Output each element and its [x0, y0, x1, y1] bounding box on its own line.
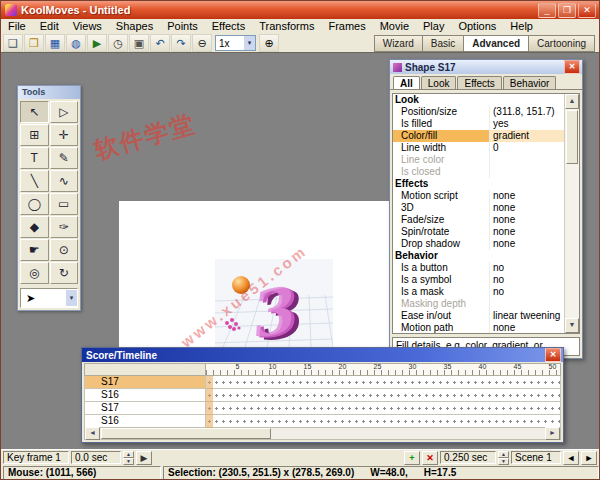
mode-tab-advanced[interactable]: Advanced [463, 35, 528, 52]
prop-value[interactable]: (311.8, 151.7) [490, 106, 564, 118]
scroll-up-icon[interactable]: ▲ [565, 94, 579, 109]
zoom-tool[interactable]: ⊙ [50, 239, 79, 261]
prop-color-fill[interactable]: Color/fillgradient [393, 130, 564, 142]
timeline-row-label[interactable]: S17 [84, 376, 206, 389]
timeline-row[interactable]: S17 [84, 402, 561, 415]
prop-value[interactable] [490, 154, 564, 166]
chevron-down-icon[interactable]: ▾ [66, 290, 77, 306]
point-edit-tool[interactable]: ✛ [50, 124, 79, 146]
prop-fade-size[interactable]: Fade/sizenone [393, 214, 564, 226]
timeline-row[interactable]: S16 [84, 389, 561, 402]
prop-is-filled[interactable]: Is filledyes [393, 118, 564, 130]
menu-points[interactable]: Points [160, 19, 205, 34]
timeline-hscrollbar[interactable]: ◄ ► [84, 427, 561, 440]
scroll-right-icon[interactable]: ► [545, 427, 560, 440]
zoom-select[interactable]: 1x ▾ [215, 35, 256, 51]
select-arrow-tool[interactable]: ↖ [20, 101, 49, 123]
prop-value[interactable]: none [490, 322, 564, 333]
onion-skin-tool[interactable]: ◎ [20, 262, 49, 284]
prop-value[interactable]: no [490, 274, 564, 286]
prop-value[interactable]: none [490, 202, 564, 214]
menu-effects[interactable]: Effects [205, 19, 252, 34]
prop-ease-in-out[interactable]: Ease in/outlinear tweening [393, 310, 564, 322]
title-bar[interactable]: KoolMoves - Untitled _ ❐ ✕ [1, 1, 599, 19]
timeline-ruler[interactable]: 5101520253035404550 [84, 363, 561, 376]
frame-time-stepper[interactable]: ▲ ▼ [123, 451, 134, 464]
mode-tab-basic[interactable]: Basic [422, 35, 463, 52]
tab-all[interactable]: All [393, 76, 420, 89]
prop-value[interactable]: none [490, 214, 564, 226]
interval-stepper[interactable]: ▲ ▼ [498, 451, 509, 464]
line-tool[interactable]: ╲ [20, 170, 49, 192]
zoom-out-button[interactable]: ⊖ [192, 34, 212, 52]
minimize-button[interactable]: _ [538, 3, 556, 18]
rotate-tool[interactable]: ↻ [50, 262, 79, 284]
timeline-titlebar[interactable]: Score/Timeline ✕ [82, 348, 563, 362]
hand-tool[interactable]: ☛ [20, 239, 49, 261]
close-icon[interactable]: ✕ [564, 60, 580, 74]
prop-value[interactable] [490, 166, 564, 178]
tab-behavior[interactable]: Behavior [503, 76, 556, 89]
prop-is-a-button[interactable]: Is a buttonno [393, 262, 564, 274]
pencil-tool[interactable]: ✎ [50, 147, 79, 169]
hscrollbar-thumb[interactable] [101, 428, 271, 439]
new-file-button[interactable]: ❑ [3, 34, 23, 52]
curve-tool[interactable]: ∿ [50, 170, 79, 192]
prop-position-size[interactable]: Position/size(311.8, 151.7) [393, 106, 564, 118]
open-folder-button[interactable]: ❒ [24, 34, 44, 52]
frame-time-field[interactable]: 0.0 sec [71, 451, 121, 464]
property-scrollbar[interactable]: ▲ ▼ [564, 94, 579, 333]
prop-line-color[interactable]: Line color [393, 154, 564, 166]
timeline-row-frames[interactable] [206, 376, 561, 389]
prop-is-a-mask[interactable]: Is a maskno [393, 286, 564, 298]
prop-value[interactable]: 0 [490, 142, 564, 154]
prop-is-closed[interactable]: Is closed [393, 166, 564, 178]
tools-palette-title[interactable]: Tools [18, 86, 80, 99]
timeline-row-label[interactable]: S16 [84, 389, 206, 402]
scroll-left-icon[interactable]: ◄ [85, 427, 100, 440]
prop-motion-script[interactable]: Motion scriptnone [393, 190, 564, 202]
prop-masking-depth[interactable]: Masking depth [393, 298, 564, 310]
current-frame-marker[interactable] [206, 376, 213, 428]
snapshot-button[interactable]: ▣ [129, 34, 149, 52]
maximize-button[interactable]: ❐ [558, 3, 576, 18]
rect-tool[interactable]: ▭ [50, 193, 79, 215]
prop-is-a-symbol[interactable]: Is a symbolno [393, 274, 564, 286]
prop-value[interactable]: yes [490, 118, 564, 130]
clock-button[interactable]: ◷ [108, 34, 128, 52]
tab-look[interactable]: Look [421, 76, 457, 89]
menu-transforms[interactable]: Transforms [252, 19, 321, 34]
preview-movie-button[interactable]: ▶ [87, 34, 107, 52]
timeline-row-label[interactable]: S17 [84, 402, 206, 415]
frame-interval-field[interactable]: 0.250 sec [440, 451, 496, 464]
play-frame-button[interactable]: ▶ [136, 451, 152, 465]
mode-tab-wizard[interactable]: Wizard [374, 35, 422, 52]
redo-button[interactable]: ↷ [171, 34, 191, 52]
next-scene-button[interactable]: ► [581, 451, 597, 465]
save-button[interactable]: ▦ [45, 34, 65, 52]
oval-tool[interactable]: ◯ [20, 193, 49, 215]
zoom-in-button[interactable]: ⊕ [259, 34, 279, 52]
prop-value[interactable]: linear tweening [490, 310, 564, 322]
close-icon[interactable]: ✕ [545, 348, 561, 362]
shape-picker-select[interactable]: ➤ ▾ [20, 288, 78, 308]
timeline-row-frames[interactable] [206, 389, 561, 402]
undo-button[interactable]: ↶ [150, 34, 170, 52]
chevron-down-icon[interactable]: ▾ [244, 36, 255, 50]
prop-value[interactable]: none [490, 190, 564, 202]
shape-panel-titlebar[interactable]: Shape S17 ✕ [390, 60, 582, 74]
prop-drop-shadow[interactable]: Drop shadownone [393, 238, 564, 250]
prev-scene-button[interactable]: ◄ [563, 451, 579, 465]
transform-tool[interactable]: ⊞ [20, 124, 49, 146]
prop-value[interactable]: gradient [490, 130, 564, 142]
menu-edit[interactable]: Edit [33, 19, 66, 34]
add-keyframe-button[interactable]: + [404, 451, 420, 465]
prop-value[interactable]: no [490, 262, 564, 274]
prop-line-width[interactable]: Line width0 [393, 142, 564, 154]
timeline-row-frames[interactable] [206, 402, 561, 415]
prop-value[interactable]: none [490, 238, 564, 250]
menu-file[interactable]: File [1, 19, 33, 34]
eyedropper-tool[interactable]: ✑ [50, 216, 79, 238]
prop-value[interactable] [490, 298, 564, 310]
menu-views[interactable]: Views [66, 19, 109, 34]
